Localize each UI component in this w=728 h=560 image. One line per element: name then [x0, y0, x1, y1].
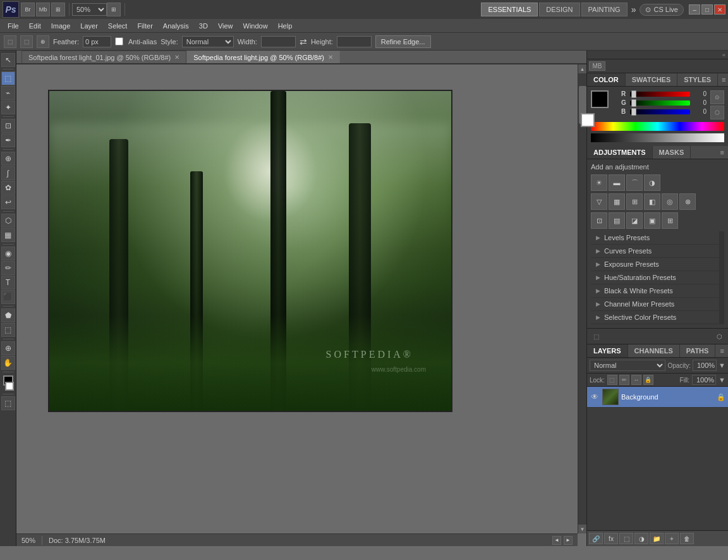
masks-tab[interactable]: MASKS	[653, 146, 691, 159]
arrange-icon[interactable]: ⊞	[107, 3, 121, 16]
swatches-tab[interactable]: SWATCHES	[626, 73, 678, 86]
brightness-adj-icon[interactable]: ☀	[591, 174, 607, 191]
bw-adj-icon[interactable]: ◧	[644, 193, 660, 210]
layer-lock-icon[interactable]: 🔒	[717, 393, 725, 401]
doc-tab-2-close[interactable]: ✕	[328, 54, 333, 61]
refine-edge-btn[interactable]: Refine Edge...	[375, 35, 431, 48]
menu-file[interactable]: File	[3, 21, 24, 31]
ws-essentials-btn[interactable]: ESSENTIALS	[481, 3, 538, 16]
r-thumb[interactable]	[631, 90, 636, 98]
layers-top-icon-1[interactable]: ⬚	[590, 330, 602, 343]
lock-all-icon[interactable]: 🔒	[643, 375, 653, 385]
marquee-tool[interactable]: ⬚	[1, 71, 15, 85]
text-tool[interactable]: T	[1, 276, 15, 289]
gradient-tool[interactable]: ▦	[1, 228, 15, 242]
scroll-track[interactable]	[578, 73, 587, 525]
adj-bw-presets[interactable]: ▶ Black & White Presets	[591, 284, 719, 298]
width-input[interactable]	[261, 36, 296, 47]
bridge-icon[interactable]: Br	[21, 3, 35, 16]
opacity-input[interactable]	[693, 360, 717, 371]
menu-edit[interactable]: Edit	[24, 21, 46, 31]
curves-adj-icon[interactable]: ⌒	[626, 174, 643, 191]
hand-tool[interactable]: ✋	[1, 356, 15, 370]
color-spectrum[interactable]	[591, 122, 724, 131]
vibrance-adj-icon[interactable]: ▽	[591, 193, 607, 210]
cube-icon[interactable]: ⬡	[710, 106, 724, 119]
doc-tab-1-close[interactable]: ✕	[174, 54, 179, 61]
crop-tool[interactable]: ⊡	[1, 119, 15, 133]
ws-design-btn[interactable]: DESIGN	[539, 3, 579, 16]
layer-fx-btn[interactable]: fx	[604, 533, 618, 544]
zoom-select[interactable]: 50% 25% 100%	[72, 3, 107, 16]
adj-hsl-presets[interactable]: ▶ Hue/Saturation Presets	[591, 271, 719, 284]
minibrowser-icon[interactable]: Mb	[36, 3, 50, 16]
scroll-up-arrow[interactable]: ▲	[578, 64, 587, 73]
adj-scrollbar[interactable]	[719, 231, 724, 324]
menu-window[interactable]: Window	[238, 21, 273, 31]
layers-panel-more[interactable]: ≡	[717, 344, 728, 357]
eyedropper-tool[interactable]: ✒	[1, 133, 15, 147]
adjustments-tab[interactable]: ADJUSTMENTS	[587, 146, 653, 159]
color-panel-more[interactable]: ≡	[718, 73, 728, 86]
photofilter-adj-icon[interactable]: ◎	[662, 193, 678, 210]
gradientmap-adj-icon[interactable]: ▣	[644, 212, 660, 229]
r-slider[interactable]	[630, 92, 690, 97]
layer-visibility-icon[interactable]: 👁	[590, 392, 600, 402]
scroll-down-arrow[interactable]: ▼	[578, 525, 587, 533]
quick-mask-btn[interactable]: ⬚	[1, 396, 15, 410]
nav-left-btn[interactable]: ◄	[552, 536, 561, 545]
close-btn[interactable]: ✕	[714, 4, 725, 15]
pen-tool[interactable]: ✏	[1, 261, 15, 275]
adj-selectivecolor-presets[interactable]: ▶ Selective Color Presets	[591, 311, 719, 324]
adj-exposure-presets[interactable]: ▶ Exposure Presets	[591, 258, 719, 271]
menu-image[interactable]: Image	[46, 21, 76, 31]
path-selection-tool[interactable]: ⬛	[1, 290, 15, 304]
move-tool[interactable]: ↖	[1, 53, 15, 67]
shape-tool[interactable]: ⬟	[1, 308, 15, 322]
adj-panel-more[interactable]: ≡	[717, 146, 728, 159]
clone-tool[interactable]: ✿	[1, 181, 15, 195]
selectivecolor-adj-icon[interactable]: ⊞	[662, 212, 678, 229]
adj-channelmixer-presets[interactable]: ▶ Channel Mixer Presets	[591, 298, 719, 311]
vertical-scrollbar[interactable]: ▲ ▼	[578, 64, 586, 533]
adj-levels-presets[interactable]: ▶ Levels Presets	[591, 231, 719, 245]
brush-tool[interactable]: ∫	[1, 166, 15, 180]
hsl-adj-icon[interactable]: ▦	[609, 193, 625, 210]
background-swatch[interactable]	[581, 113, 595, 127]
antialias-checkbox[interactable]	[115, 37, 123, 46]
lock-position-icon[interactable]: ↔	[631, 375, 641, 385]
g-thumb[interactable]	[631, 99, 636, 107]
fill-arrow[interactable]: ▼	[719, 376, 725, 384]
posterize-adj-icon[interactable]: ▤	[609, 212, 625, 229]
g-slider[interactable]	[630, 100, 690, 106]
blend-mode-select[interactable]: Normal	[590, 360, 665, 371]
lock-image-icon[interactable]: ✏	[619, 375, 629, 385]
exposure-adj-icon[interactable]: ◑	[644, 174, 660, 191]
paths-tab[interactable]: PATHS	[680, 344, 716, 357]
layer-link-btn[interactable]: 🔗	[589, 533, 603, 544]
b-slider[interactable]	[630, 109, 690, 114]
menu-view[interactable]: View	[213, 21, 238, 31]
background-color[interactable]	[5, 382, 14, 391]
history-brush-tool[interactable]: ↩	[1, 195, 15, 209]
menu-analysis[interactable]: Analysis	[158, 21, 194, 31]
menu-filter[interactable]: Filter	[132, 21, 157, 31]
fill-input[interactable]	[692, 375, 716, 385]
height-input[interactable]	[337, 36, 372, 47]
magic-wand-tool[interactable]: ✦	[1, 100, 15, 114]
mb-badge[interactable]: MB	[589, 61, 605, 71]
swap-icon[interactable]: ⇄	[300, 37, 307, 47]
style-select[interactable]: Normal Fixed Ratio Fixed Size	[182, 36, 234, 47]
adj-curves-presets[interactable]: ▶ Curves Presets	[591, 245, 719, 258]
threshold-adj-icon[interactable]: ◪	[626, 212, 643, 229]
channelmixer-adj-icon[interactable]: ⊗	[679, 193, 696, 210]
more-workspaces-icon[interactable]: »	[631, 4, 636, 15]
maximize-btn[interactable]: □	[701, 4, 713, 15]
color-tab[interactable]: COLOR	[587, 73, 626, 86]
healing-tool[interactable]: ⊕	[1, 152, 15, 166]
menu-layer[interactable]: Layer	[75, 21, 103, 31]
nav-right-btn[interactable]: ►	[564, 536, 573, 545]
lasso-tool[interactable]: ⌁	[1, 86, 15, 100]
spectrum-icon[interactable]: ⊙	[710, 90, 724, 104]
opacity-arrow[interactable]: ▼	[719, 362, 725, 369]
